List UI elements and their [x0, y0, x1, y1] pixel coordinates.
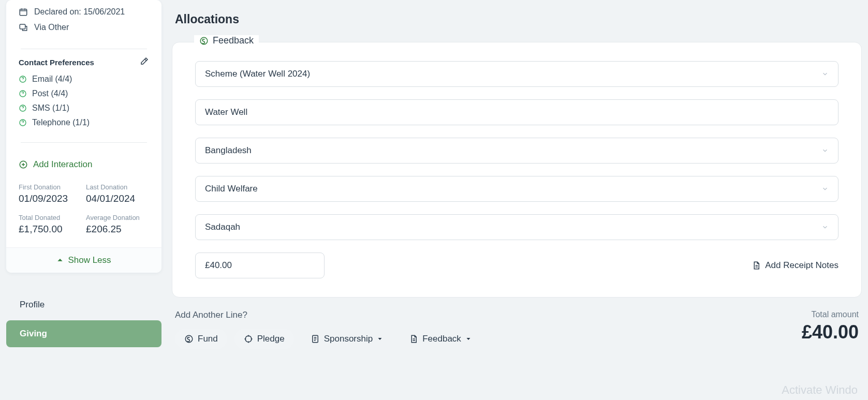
declared-on-prefix: Declared on: [34, 7, 83, 16]
pref-email: Email (4/4) [19, 72, 149, 86]
stat-label: Total Donated [19, 214, 82, 221]
svg-rect-0 [20, 9, 27, 16]
pref-item-label: Post (4/4) [32, 89, 68, 98]
item-name-value: Water Well [205, 107, 247, 117]
stat-total-donated: Total Donated £1,750.00 [19, 214, 82, 235]
chevron-down-icon [821, 185, 829, 192]
via-other-label: Via Other [34, 23, 69, 32]
pref-item-label: Telephone (1/1) [32, 118, 90, 127]
add-fund-button[interactable]: Fund [175, 329, 227, 349]
status-ok-icon [19, 75, 27, 83]
stat-average-donation: Average Donation £206.25 [86, 214, 149, 235]
stat-label: Average Donation [86, 214, 149, 221]
status-ok-icon [19, 118, 27, 127]
show-less-button[interactable]: Show Less [6, 247, 161, 273]
divider [21, 49, 147, 49]
amount-value: £40.00 [205, 260, 232, 271]
feedback-legend-label: Feedback [213, 35, 254, 46]
scheme-value: Scheme (Water Well 2024) [205, 69, 310, 79]
stat-value: £1,750.00 [19, 224, 82, 235]
edit-contact-preferences-button[interactable] [140, 56, 149, 68]
via-other-row: Via Other [19, 20, 149, 35]
country-select[interactable]: Bangladesh [195, 138, 838, 164]
category-value: Child Welfare [205, 184, 258, 194]
pref-item-label: Email (4/4) [32, 75, 72, 84]
target-icon [244, 334, 253, 344]
stat-label: Last Donation [86, 183, 149, 191]
add-interaction-label: Add Interaction [33, 159, 92, 170]
pill-label: Pledge [257, 334, 285, 344]
stat-label: First Donation [19, 183, 82, 191]
contact-preferences-heading: Contact Preferences [19, 58, 94, 67]
pref-telephone: Telephone (1/1) [19, 115, 149, 130]
show-less-label: Show Less [68, 255, 111, 265]
add-sponsorship-button[interactable]: Sponsorship [301, 329, 393, 349]
svg-rect-1 [20, 24, 25, 29]
nav-giving[interactable]: Giving [6, 320, 161, 347]
country-value: Bangladesh [205, 145, 252, 156]
total-amount-label: Total amount [802, 310, 859, 319]
chevron-down-icon [821, 147, 829, 154]
fund-type-select[interactable]: Sadaqah [195, 214, 838, 240]
via-icon [19, 23, 28, 32]
fund-type-value: Sadaqah [205, 222, 240, 232]
sponsorship-icon [311, 334, 320, 344]
status-ok-icon [19, 104, 27, 112]
add-interaction-button[interactable]: Add Interaction [6, 150, 161, 174]
add-another-line-label: Add Another Line? [175, 310, 481, 320]
document-icon [752, 261, 761, 270]
declared-on-row: Declared on: 15/06/2021 [19, 4, 149, 20]
stat-value: 01/09/2023 [19, 193, 82, 204]
stat-value: £206.25 [86, 224, 149, 235]
pref-sms: SMS (1/1) [19, 101, 149, 115]
currency-circle-icon [199, 36, 209, 46]
document-icon [409, 334, 418, 344]
currency-circle-icon [184, 334, 194, 344]
add-receipt-notes-label: Add Receipt Notes [765, 260, 838, 271]
stat-last-donation: Last Donation 04/01/2024 [86, 183, 149, 204]
feedback-card: Feedback Scheme (Water Well 2024) Water … [172, 42, 862, 298]
status-ok-icon [19, 90, 27, 98]
add-receipt-notes-button[interactable]: Add Receipt Notes [752, 260, 838, 271]
pill-label: Feedback [422, 334, 461, 344]
svg-point-9 [245, 336, 252, 342]
total-amount-value: £40.00 [802, 321, 859, 343]
feedback-legend: Feedback [194, 35, 259, 46]
nav-profile[interactable]: Profile [6, 291, 161, 318]
item-name-input[interactable]: Water Well [195, 99, 838, 125]
category-select[interactable]: Child Welfare [195, 176, 838, 202]
page-title: Allocations [172, 0, 862, 42]
scheme-select[interactable]: Scheme (Water Well 2024) [195, 61, 838, 87]
divider [21, 142, 147, 143]
stat-first-donation: First Donation 01/09/2023 [19, 183, 82, 204]
add-feedback-button[interactable]: Feedback [400, 329, 481, 349]
stat-value: 04/01/2024 [86, 193, 149, 204]
pref-item-label: SMS (1/1) [32, 103, 69, 113]
caret-down-icon [465, 336, 472, 342]
caret-down-icon [377, 336, 383, 342]
pill-label: Sponsorship [324, 334, 373, 344]
add-pledge-button[interactable]: Pledge [234, 329, 294, 349]
pill-label: Fund [198, 334, 218, 344]
chevron-up-icon [56, 257, 64, 264]
pref-post: Post (4/4) [19, 86, 149, 101]
chevron-down-icon [821, 224, 829, 231]
plus-circle-icon [19, 160, 28, 169]
calendar-icon [19, 7, 28, 17]
pencil-icon [140, 56, 149, 66]
declared-on-date: 15/06/2021 [83, 7, 125, 16]
amount-input[interactable]: £40.00 [195, 253, 325, 278]
chevron-down-icon [821, 70, 829, 78]
